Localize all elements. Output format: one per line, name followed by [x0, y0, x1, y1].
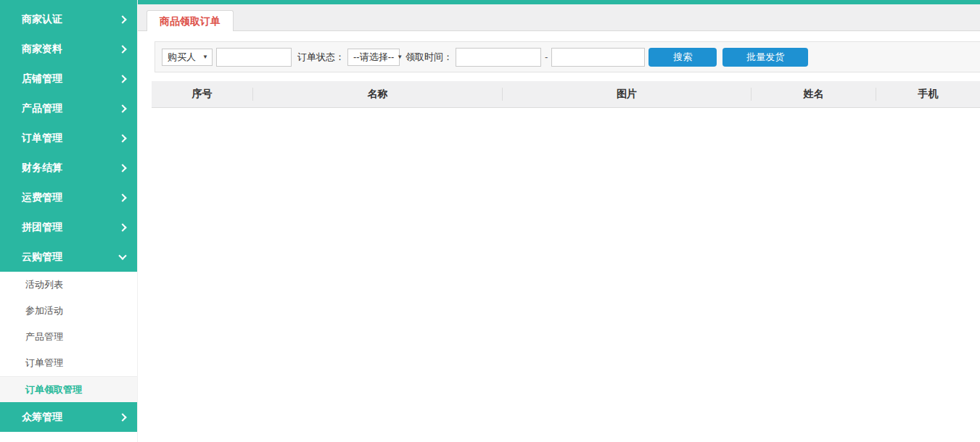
keyword-input[interactable] [216, 48, 292, 67]
order-status-select-value: --请选择-- [353, 51, 394, 64]
submenu-item-join-activity[interactable]: 参加活动 [0, 298, 137, 324]
date-to-input[interactable] [551, 48, 645, 67]
table-body-empty [152, 108, 980, 398]
date-from-input[interactable] [456, 48, 541, 67]
sidebar-item-finance[interactable]: 财务结算 [0, 153, 137, 183]
column-header-image: 图片 [502, 88, 751, 101]
sidebar-item-group-buy[interactable]: 拼团管理 [0, 212, 137, 242]
dropdown-arrow-icon: ▼ [202, 54, 208, 60]
chevron-right-icon [118, 223, 126, 231]
sidebar-item-label: 运费管理 [22, 191, 62, 204]
claim-time-label: 领取时间： [405, 51, 453, 64]
dropdown-arrow-icon: ▼ [397, 54, 403, 60]
submenu-item-product-mgmt[interactable]: 产品管理 [0, 324, 137, 350]
submenu-item-label: 活动列表 [25, 278, 63, 291]
sidebar: 商家认证 商家资料 店铺管理 产品管理 订单管理 财务结算 运费管理 拼团管理 [0, 0, 138, 442]
sidebar-item-label: 拼团管理 [22, 221, 62, 234]
submenu-item-label: 订单管理 [25, 356, 63, 370]
tab-bar: 商品领取订单 [138, 4, 980, 31]
chevron-right-icon [118, 193, 126, 201]
main-content: 商品领取订单 购买人 ▼ 订单状态： --请选择-- ▼ 领取时间： - 搜索 … [138, 4, 980, 442]
sidebar-item-crowdfunding[interactable]: 众筹管理 [0, 402, 137, 432]
column-header-name: 名称 [252, 88, 502, 101]
chevron-right-icon [118, 75, 126, 83]
submenu-item-label: 订单领取管理 [25, 383, 82, 396]
batch-ship-button[interactable]: 批量发货 [722, 48, 808, 67]
order-status-label: 订单状态： [297, 51, 345, 64]
submenu-item-order-mgmt[interactable]: 订单管理 [0, 350, 137, 376]
orders-table: 序号 名称 图片 姓名 手机 [152, 81, 980, 398]
sidebar-item-label: 云购管理 [22, 251, 62, 264]
sidebar-item-label: 店铺管理 [22, 72, 62, 86]
column-header-owner: 姓名 [751, 88, 876, 101]
sidebar-item-label: 订单管理 [22, 132, 62, 145]
sidebar-item-label: 财务结算 [22, 162, 62, 175]
tab-goods-claim-orders[interactable]: 商品领取订单 [147, 10, 234, 31]
date-range-separator: - [545, 51, 548, 62]
chevron-down-icon [118, 251, 126, 259]
sidebar-item-label: 商家资料 [22, 43, 62, 56]
sidebar-item-cloud-purchase[interactable]: 云购管理 [0, 242, 137, 272]
column-header-seq: 序号 [152, 88, 252, 101]
chevron-right-icon [118, 45, 126, 53]
chevron-right-icon [118, 134, 126, 142]
sidebar-item-label: 众筹管理 [22, 411, 62, 424]
table-header-row: 序号 名称 图片 姓名 手机 [152, 81, 980, 108]
sidebar-item-shop-mgmt[interactable]: 店铺管理 [0, 64, 137, 93]
sidebar-item-label: 产品管理 [22, 102, 62, 115]
column-header-phone: 手机 [876, 88, 980, 101]
order-status-select[interactable]: --请选择-- ▼ [347, 49, 400, 66]
sidebar-item-shipping[interactable]: 运费管理 [0, 183, 137, 212]
submenu-item-activity-list[interactable]: 活动列表 [0, 272, 137, 298]
chevron-right-icon [118, 164, 126, 172]
submenu-item-label: 参加活动 [25, 304, 63, 317]
sidebar-item-product-mgmt[interactable]: 产品管理 [0, 93, 137, 123]
chevron-right-icon [118, 104, 126, 112]
sidebar-submenu-cloud-purchase: 活动列表 参加活动 产品管理 订单管理 订单领取管理 [0, 272, 137, 402]
chevron-right-icon [118, 413, 126, 421]
sidebar-item-order-mgmt[interactable]: 订单管理 [0, 123, 137, 153]
chevron-right-icon [118, 15, 126, 23]
sidebar-item-merchant-info[interactable]: 商家资料 [0, 34, 137, 64]
search-field-select-value: 购买人 [168, 51, 196, 64]
search-field-select[interactable]: 购买人 ▼ [162, 49, 213, 66]
search-button[interactable]: 搜索 [648, 48, 717, 67]
filter-bar: 购买人 ▼ 订单状态： --请选择-- ▼ 领取时间： - 搜索 批量发货 [155, 41, 980, 72]
sidebar-main-menu: 商家认证 商家资料 店铺管理 产品管理 订单管理 财务结算 运费管理 拼团管理 [0, 0, 137, 272]
sidebar-item-merchant-cert[interactable]: 商家认证 [0, 4, 137, 34]
submenu-item-order-claim-mgmt[interactable]: 订单领取管理 [0, 376, 137, 402]
sidebar-item-label: 商家认证 [22, 13, 62, 26]
submenu-item-label: 产品管理 [25, 330, 63, 343]
